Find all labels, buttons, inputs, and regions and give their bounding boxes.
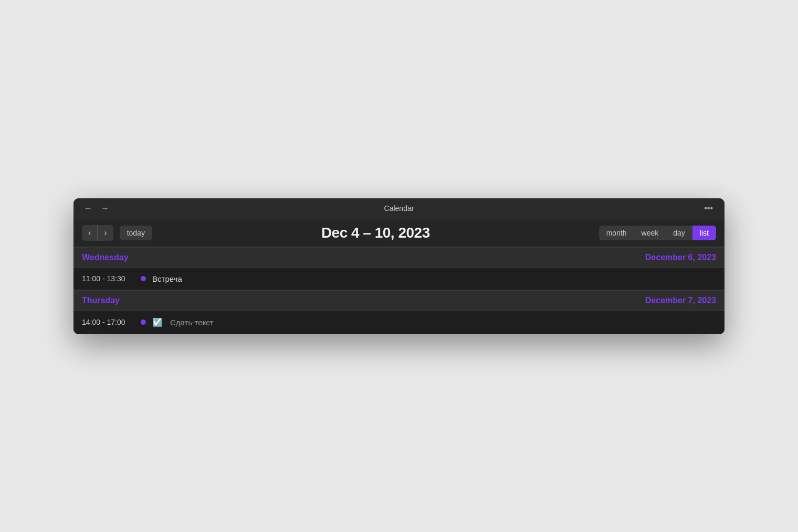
calendar-body: Wednesday December 6, 2023 11:00 - 13:30… bbox=[74, 247, 724, 334]
forward-button[interactable]: → bbox=[99, 203, 111, 214]
day-header-thursday: Thursday December 7, 2023 bbox=[74, 290, 724, 311]
day-name-thursday: Thursday bbox=[82, 296, 120, 305]
next-button[interactable]: › bbox=[98, 225, 113, 241]
month-view-button[interactable]: month bbox=[599, 226, 634, 240]
view-buttons: month week day list bbox=[599, 226, 716, 240]
titlebar: ← → Calendar ••• bbox=[74, 198, 724, 219]
calendar-window: ← → Calendar ••• ‹ › today Dec 4 – 10, 2… bbox=[74, 198, 724, 334]
event-time-sdattext: 14:00 - 17:00 bbox=[82, 318, 134, 326]
day-date-wednesday: December 6, 2023 bbox=[645, 253, 716, 262]
day-date-thursday: December 7, 2023 bbox=[645, 296, 716, 305]
toolbar: ‹ › today Dec 4 – 10, 2023 month week da… bbox=[74, 219, 724, 247]
titlebar-nav: ← → bbox=[82, 203, 111, 214]
today-button[interactable]: today bbox=[120, 226, 152, 240]
checkbox-icon: ☑️ bbox=[152, 317, 163, 327]
event-time-vstretcha: 11:00 - 13:30 bbox=[82, 274, 134, 283]
event-row-vstretcha[interactable]: 11:00 - 13:30 Встреча bbox=[74, 268, 724, 290]
day-name-wednesday: Wednesday bbox=[82, 253, 129, 262]
list-view-button[interactable]: list bbox=[692, 226, 716, 240]
date-range: Dec 4 – 10, 2023 bbox=[159, 225, 593, 241]
day-view-button[interactable]: day bbox=[666, 226, 692, 240]
app-title: Calendar bbox=[384, 204, 414, 212]
nav-buttons: ‹ › bbox=[82, 225, 113, 241]
day-header-wednesday: Wednesday December 6, 2023 bbox=[74, 247, 724, 268]
back-button[interactable]: ← bbox=[82, 203, 94, 214]
event-title-vstretcha: Встреча bbox=[152, 274, 182, 283]
event-title-sdattext: Сдать текст bbox=[170, 318, 214, 327]
event-row-sdattext[interactable]: 14:00 - 17:00 ☑️ Сдать текст bbox=[74, 311, 724, 334]
event-dot-vstretcha bbox=[141, 276, 146, 281]
week-view-button[interactable]: week bbox=[634, 226, 666, 240]
more-options-button[interactable]: ••• bbox=[701, 203, 716, 214]
prev-button[interactable]: ‹ bbox=[82, 225, 98, 241]
event-dot-sdattext bbox=[141, 320, 146, 325]
